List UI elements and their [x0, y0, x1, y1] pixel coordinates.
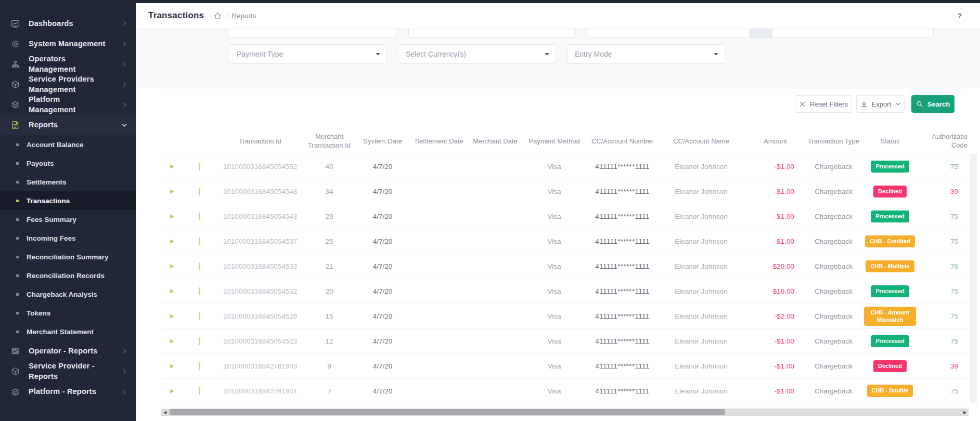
sidebar-item-platform-management[interactable]: Platform Management: [0, 95, 136, 115]
caret-down-icon: [376, 52, 380, 56]
sidebar-item-merchant-statement[interactable]: Merchant Statement: [0, 322, 136, 341]
close-icon: [799, 101, 806, 108]
chevron-down-icon: [121, 122, 127, 128]
row-checkbox[interactable]: [199, 387, 200, 395]
breadcrumb[interactable]: Reports: [231, 12, 256, 20]
expand-row-button[interactable]: [161, 388, 182, 394]
divider: [161, 88, 969, 88]
entry-mode-select[interactable]: Entry Mode: [567, 44, 725, 64]
expand-row-button[interactable]: [161, 338, 182, 344]
expand-row-button[interactable]: [161, 264, 182, 269]
scrollbar-thumb[interactable]: [170, 409, 725, 415]
help-button[interactable]: ?: [952, 8, 968, 23]
cell-payment-method: Visa: [523, 362, 585, 370]
main-content: Payment Type Select Currency(s) Entry Mo…: [136, 29, 980, 421]
row-checkbox[interactable]: [199, 188, 200, 195]
bullet-icon: [16, 218, 19, 221]
cell-payment-method: Visa: [523, 238, 585, 245]
row-checkbox[interactable]: [199, 163, 200, 170]
sidebar-item-account-balance[interactable]: Account Balance: [0, 135, 136, 154]
horizontal-scrollbar[interactable]: ◀ ▶: [161, 409, 969, 416]
column-header-authorization_code: Authorizatio Code: [921, 133, 969, 150]
scroll-right-arrow-icon[interactable]: ▶: [961, 409, 969, 416]
row-checkbox[interactable]: [199, 262, 200, 270]
filter-input-cutoff-3[interactable]: [588, 29, 750, 38]
row-checkbox[interactable]: [199, 287, 200, 295]
reset-filters-button[interactable]: Reset Filters: [795, 95, 852, 113]
sidebar-item-platform-reports[interactable]: Platform - Reports: [0, 382, 136, 402]
cell-system-date: 4/7/20: [354, 337, 411, 345]
sidebar-item-label: Merchant Statement: [27, 328, 94, 336]
cell-transaction-type: Chargeback: [808, 262, 859, 270]
currency-select[interactable]: Select Currency(s): [398, 44, 556, 64]
sidebar-item-service-provider-reports[interactable]: Service Provider - Reports: [0, 361, 136, 381]
cell-transaction-id: 1010000316845054548: [216, 188, 304, 195]
export-button[interactable]: Export: [856, 95, 905, 113]
payment-type-select[interactable]: Payment Type: [229, 44, 387, 64]
home-icon[interactable]: [213, 11, 222, 20]
row-checkbox[interactable]: [199, 337, 200, 345]
sidebar-item-label: Incoming Fees: [27, 234, 76, 242]
row-checkbox[interactable]: [199, 238, 200, 245]
sidebar-item-dashboards[interactable]: Dashboards: [0, 14, 136, 34]
filter-input-cutoff-1[interactable]: [229, 29, 395, 38]
cell-cc-account-number: 411111******1111: [585, 287, 660, 295]
row-checkbox[interactable]: [199, 213, 200, 220]
chevron-right-icon: [122, 102, 127, 108]
expand-row-button[interactable]: [161, 214, 182, 219]
bullet-icon: [16, 143, 19, 146]
cell-transaction-type: Chargeback: [808, 362, 859, 370]
report-icon: [10, 121, 20, 130]
cell-authorization-code: 75: [921, 213, 969, 220]
column-header-cc_account_name: CC/Account Name: [660, 137, 743, 146]
column-header-payment_method: Payment Method: [523, 137, 585, 146]
cell-cc-account-number: 411111******1111: [585, 213, 660, 220]
expand-row-button[interactable]: [161, 239, 182, 244]
bullet-icon: [16, 293, 19, 296]
row-checkbox[interactable]: [199, 312, 200, 320]
row-checkbox[interactable]: [199, 362, 200, 370]
cell-merchant-transaction-id: 21: [304, 262, 354, 270]
cell-transaction-type: Chargeback: [808, 337, 859, 345]
sidebar-item-label: Account Balance: [27, 141, 84, 149]
sidebar-item-settlements[interactable]: Settlements: [0, 173, 136, 191]
cell-transaction-type: Chargeback: [808, 312, 859, 320]
cell-cc-account-name: Eleanor Johnson: [660, 213, 743, 220]
table-header-row: Transaction IdMerchant Transaction IdSys…: [161, 129, 969, 154]
sidebar-item-operators-management[interactable]: Operators Management: [0, 54, 136, 74]
caret-down-icon: [714, 52, 718, 56]
expand-row-button[interactable]: [161, 164, 182, 169]
sidebar-item-reports[interactable]: Reports: [0, 115, 136, 135]
date-range-swap-button[interactable]: [750, 29, 772, 38]
chevron-right-icon: [122, 41, 127, 47]
cell-cc-account-number: 411111******1111: [585, 238, 660, 245]
sidebar-item-chargeback-analysis[interactable]: Chargeback Analysis: [0, 285, 136, 304]
sidebar-item-transactions[interactable]: Transactions: [0, 191, 136, 210]
sidebar-item-label: Payouts: [27, 160, 54, 167]
expand-row-button[interactable]: [161, 288, 182, 294]
cell-system-date: 4/7/20: [354, 163, 411, 170]
sidebar-item-tokens[interactable]: Tokens: [0, 304, 136, 322]
cell-system-date: 4/7/20: [354, 238, 411, 245]
filter-input-cutoff-2[interactable]: [408, 29, 575, 38]
sidebar-item-incoming-fees[interactable]: Incoming Fees: [0, 229, 136, 247]
sidebar-item-service-providers-management[interactable]: Service Providers Management: [0, 74, 136, 95]
column-header-settlement_date: Settlement Date: [411, 137, 467, 146]
sidebar-item-payouts[interactable]: Payouts: [0, 154, 136, 173]
expand-row-button[interactable]: [161, 313, 182, 319]
filter-input-cutoff-4[interactable]: [772, 29, 934, 38]
table-row: 1010000316845054523 12 4/7/20 Visa 41111…: [161, 328, 969, 353]
sidebar-item-reconciliation-records[interactable]: Reconciliation Records: [0, 266, 136, 285]
bullet-icon: [16, 162, 19, 165]
sidebar-item-reconciliation-summary[interactable]: Reconciliation Summary: [0, 247, 136, 266]
sidebar-item-system-management[interactable]: System Management: [0, 34, 136, 54]
search-button[interactable]: Search: [911, 95, 955, 113]
vertical-scrollbar[interactable]: [970, 154, 977, 403]
sidebar-item-operator-reports[interactable]: Operator - Reports: [0, 341, 136, 361]
scroll-left-arrow-icon[interactable]: ◀: [161, 409, 169, 416]
expand-row-button[interactable]: [161, 189, 182, 194]
sidebar-item-fees-summary[interactable]: Fees Summary: [0, 210, 136, 229]
sidebar-item-label: System Management: [29, 39, 108, 49]
cell-transaction-id: 1010000316845054562: [216, 163, 304, 170]
expand-row-button[interactable]: [161, 363, 182, 369]
